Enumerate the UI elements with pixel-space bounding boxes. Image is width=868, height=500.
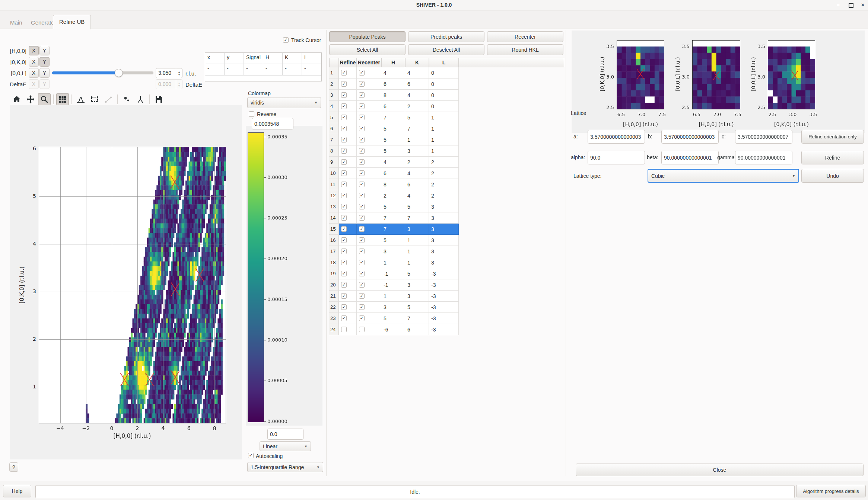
- peaks-recenter-checkbox[interactable]: ✓: [359, 249, 365, 254]
- peaks-recenter-checkbox[interactable]: ✓: [359, 237, 365, 243]
- peaks-cell-k[interactable]: 3: [405, 291, 429, 302]
- peaks-recenter-checkbox[interactable]: ✓: [359, 159, 365, 165]
- peaks-cell-l[interactable]: 0: [429, 78, 459, 90]
- peaks-header-l[interactable]: L: [429, 58, 459, 67]
- peaks-cell-recenter[interactable]: ✓: [357, 291, 381, 302]
- peaks-row-number[interactable]: 22: [329, 302, 339, 313]
- spinner-arrows-icon[interactable]: ▲▼: [176, 68, 182, 78]
- peaks-cell-recenter[interactable]: ✓: [357, 212, 381, 224]
- peaks-recenter-checkbox[interactable]: ✓: [359, 115, 365, 120]
- mini-heatmap-2[interactable]: [768, 41, 815, 109]
- peaks-row-number[interactable]: 5: [329, 112, 339, 123]
- k-y-button[interactable]: Y: [39, 57, 50, 67]
- peaks-refine-checkbox[interactable]: ✓: [341, 204, 347, 209]
- peaks-cell-h[interactable]: -1: [381, 279, 405, 291]
- peaks-recenter-checkbox[interactable]: ✓: [359, 103, 365, 109]
- peaks-cell-refine[interactable]: ✓: [339, 235, 357, 246]
- algorithm-progress-details-button[interactable]: Algorithm progress details: [796, 485, 866, 497]
- peaks-row-number[interactable]: 24: [329, 324, 339, 335]
- peaks-cell-h[interactable]: 7: [381, 212, 405, 224]
- peaks-cell-h[interactable]: 6: [381, 78, 405, 90]
- peaks-refine-checkbox[interactable]: ✓: [341, 137, 347, 142]
- peaks-cell-h[interactable]: 6: [381, 168, 405, 179]
- peaks-cell-h[interactable]: 5: [381, 123, 405, 134]
- peaks-recenter-checkbox[interactable]: ✓: [359, 293, 365, 299]
- peaks-cell-refine[interactable]: ✓: [339, 291, 357, 302]
- peaks-cell-k[interactable]: 2: [405, 157, 429, 168]
- peaks-cell-recenter[interactable]: ✓: [357, 235, 381, 246]
- peaks-row-number[interactable]: 9: [329, 157, 339, 168]
- peaks-cell-h[interactable]: -1: [381, 268, 405, 279]
- peaks-cell-k[interactable]: 1: [405, 257, 429, 268]
- peaks-row-number[interactable]: 10: [329, 168, 339, 179]
- recenter-button[interactable]: Recenter: [487, 31, 563, 42]
- peaks-cell-k[interactable]: 5: [405, 201, 429, 212]
- peaks-row-number[interactable]: 13: [329, 201, 339, 212]
- peaks-refine-checkbox[interactable]: ✓: [341, 70, 347, 76]
- peaks-cell-h[interactable]: 4: [381, 157, 405, 168]
- help-button[interactable]: Help: [3, 485, 31, 497]
- peaks-recenter-checkbox[interactable]: ✓: [359, 260, 365, 265]
- peaks-cell-l[interactable]: 2: [429, 157, 459, 168]
- peaks-cell-k[interactable]: 6: [405, 179, 429, 190]
- peaks-cell-recenter[interactable]: ✓: [357, 313, 381, 324]
- peaks-refine-checkbox[interactable]: ✓: [341, 293, 347, 299]
- peaks-cell-recenter[interactable]: ✓: [357, 246, 381, 257]
- peaks-cell-k[interactable]: 4: [405, 90, 429, 101]
- l-slider-handle[interactable]: [115, 69, 123, 77]
- lattice-type-select[interactable]: Cubic ▼: [648, 169, 799, 183]
- peaks-cell-l[interactable]: -3: [429, 324, 459, 335]
- peaks-cell-h[interactable]: 5: [381, 201, 405, 212]
- peaks-cell-refine[interactable]: ✓: [339, 212, 357, 224]
- peaks-cell-recenter[interactable]: ✓: [357, 201, 381, 212]
- peaks-cell-l[interactable]: 0: [429, 90, 459, 101]
- peaks-cell-refine[interactable]: ✓: [339, 190, 357, 201]
- peaks-cell-recenter[interactable]: ✓: [357, 78, 381, 90]
- k-x-button[interactable]: X: [29, 57, 39, 67]
- peaks-row-number[interactable]: 19: [329, 268, 339, 279]
- peaks-row-number[interactable]: 8: [329, 145, 339, 157]
- peaks-refine-checkbox[interactable]: ✓: [341, 271, 347, 276]
- peaks-cell-recenter[interactable]: ✓: [357, 179, 381, 190]
- peaks-cell-refine[interactable]: ✓: [339, 246, 357, 257]
- peaks-icon[interactable]: [134, 93, 147, 106]
- peaks-recenter-checkbox[interactable]: ✓: [359, 271, 365, 276]
- peaks-cell-refine[interactable]: ✓: [339, 324, 357, 335]
- peaks-recenter-checkbox[interactable]: ✓: [359, 137, 365, 142]
- peaks-cell-l[interactable]: 1: [429, 112, 459, 123]
- peaks-cell-k[interactable]: 7: [405, 123, 429, 134]
- peaks-cell-refine[interactable]: ✓: [339, 78, 357, 90]
- peaks-cell-h[interactable]: 1: [381, 291, 405, 302]
- peaks-cell-h[interactable]: 5: [381, 235, 405, 246]
- peaks-cell-refine[interactable]: ✓: [339, 168, 357, 179]
- peaks-cell-refine[interactable]: ✓: [339, 268, 357, 279]
- peaks-cell-h[interactable]: 1: [381, 257, 405, 268]
- colormap-select[interactable]: viridis ▼: [247, 97, 321, 108]
- peaks-cell-recenter[interactable]: ✓: [357, 190, 381, 201]
- peaks-cell-recenter[interactable]: ✓: [357, 134, 381, 145]
- zoom-icon[interactable]: [38, 93, 51, 106]
- peaks-cell-k[interactable]: 3: [405, 145, 429, 157]
- round-hkl-button[interactable]: Round HKL: [487, 44, 563, 55]
- peaks-refine-checkbox[interactable]: ✓: [341, 148, 347, 154]
- peaks-cell-k[interactable]: 3: [405, 224, 429, 235]
- maximize-icon[interactable]: [846, 1, 856, 9]
- peaks-cell-h[interactable]: 4: [381, 67, 405, 78]
- peaks-cell-recenter[interactable]: ✓: [357, 324, 381, 335]
- peaks-refine-checkbox[interactable]: ✓: [341, 92, 347, 98]
- peaks-cell-refine[interactable]: ✓: [339, 67, 357, 78]
- peaks-cell-l[interactable]: -3: [429, 279, 459, 291]
- peaks-header-h[interactable]: H: [381, 58, 405, 67]
- peaks-cell-l[interactable]: -3: [429, 302, 459, 313]
- peaks-refine-checkbox[interactable]: ✓: [341, 126, 347, 131]
- peaks-recenter-checkbox[interactable]: ✓: [359, 282, 365, 288]
- peaks-cell-refine[interactable]: ✓: [339, 179, 357, 190]
- mini-heatmap-1[interactable]: [693, 41, 740, 109]
- peaks-cell-h[interactable]: 7: [381, 112, 405, 123]
- peaks-cell-recenter[interactable]: ✓: [357, 112, 381, 123]
- l-value-spinbox[interactable]: 3.050 ▲▼: [156, 68, 182, 78]
- peaks-recenter-checkbox[interactable]: ✓: [359, 215, 365, 221]
- peaks-cell-h[interactable]: 5: [381, 145, 405, 157]
- peaks-row-number[interactable]: 18: [329, 257, 339, 268]
- minimize-icon[interactable]: −: [833, 1, 843, 9]
